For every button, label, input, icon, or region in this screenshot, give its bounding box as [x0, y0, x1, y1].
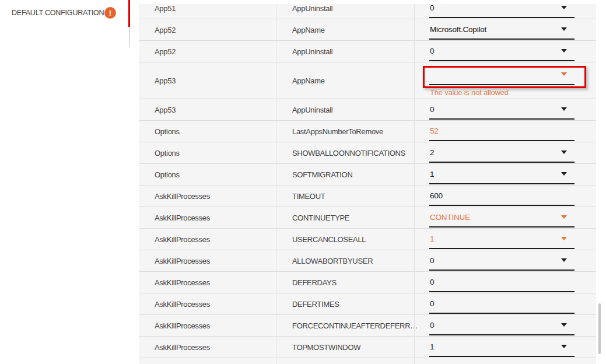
dropdown-arrow-icon[interactable]: [561, 345, 567, 348]
column-divider: [276, 0, 276, 364]
group-cell: Options: [155, 127, 180, 136]
warning-icon: !: [104, 7, 116, 19]
table-row: AskKillProcesses TIMEOUT 600: [139, 186, 596, 207]
table-top-mask: [139, 0, 596, 4]
value-field[interactable]: 0: [429, 41, 575, 61]
value-field[interactable]: 0: [429, 250, 575, 271]
group-cell: AskKillProcesses: [155, 278, 210, 287]
table-row: App53 AppName The value is not allowed: [139, 62, 596, 99]
group-cell: AskKillProcesses: [155, 214, 210, 222]
dropdown-arrow-icon[interactable]: [561, 215, 567, 219]
value-text: CONTINUE: [430, 212, 470, 221]
column-divider: [414, 0, 415, 364]
config-table-rows: App51 AppUninstall 0 App52 AppName Micro…: [139, 0, 596, 364]
dropdown-arrow-icon[interactable]: [561, 150, 567, 154]
key-cell: AppUninstall: [292, 47, 332, 56]
value-text: 0: [430, 46, 434, 55]
table-row: AskKillProcesses ALLOWABORTBYUSER 0: [139, 250, 596, 272]
table-row: App53 AppUninstall 0: [139, 99, 596, 121]
value-field[interactable]: 0: [429, 293, 575, 314]
value-text: 52: [430, 126, 439, 135]
value-field[interactable]: 0: [429, 99, 575, 120]
dropdown-arrow-icon[interactable]: [561, 237, 567, 240]
key-cell: TIMEOUT: [292, 192, 325, 201]
dropdown-arrow-icon[interactable]: [561, 172, 567, 176]
dropdown-arrow-icon[interactable]: [561, 6, 567, 9]
configuration-table: App51 AppUninstall 0 App52 AppName Micro…: [139, 0, 596, 364]
table-row: AskKillProcesses FORCECONTINUEAFTERDEFER…: [139, 315, 596, 337]
value-field[interactable]: [429, 64, 575, 85]
sidebar-item-default-configuration[interactable]: DEFAULT CONFIGURATION !: [0, 0, 128, 26]
value-text: 0: [430, 320, 434, 329]
group-cell: AskKillProcesses: [155, 343, 210, 352]
table-row: Options SOFTMIGRATION 1: [139, 164, 596, 186]
value-text: 0: [430, 104, 434, 113]
group-cell: Options: [155, 149, 180, 158]
value-field[interactable]: 0: [429, 272, 575, 292]
value-text: 0: [430, 277, 434, 286]
value-field[interactable]: 0: [429, 315, 575, 335]
group-cell: AskKillProcesses: [155, 257, 210, 265]
value-field[interactable]: 1: [429, 229, 575, 249]
value-text: 0: [430, 256, 434, 264]
group-cell: App52: [155, 47, 176, 56]
table-row: Options SHOWBALLOONNOTIFICATIONS 2: [139, 142, 596, 164]
table-row: App52 AppName Microsoft.Copilot: [139, 19, 596, 41]
dropdown-arrow-icon[interactable]: [561, 107, 567, 111]
value-text: 1: [430, 169, 434, 178]
value-field[interactable]: CONTINUE: [429, 207, 575, 228]
value-text: 600: [430, 191, 443, 200]
key-cell: USERCANCLOSEALL: [292, 235, 366, 244]
value-field[interactable]: 600: [429, 186, 575, 206]
table-row: AskKillProcesses DEFERDAYS 0: [139, 272, 596, 293]
table-row: App52 AppUninstall 0: [139, 41, 596, 62]
group-cell: App52: [155, 26, 176, 34]
table-row: [139, 358, 596, 364]
key-cell: LastAppsNumberToRemove: [292, 127, 383, 136]
key-cell: CONTINUETYPE: [292, 214, 349, 222]
key-cell: AppName: [292, 76, 325, 85]
sidebar-item-label: DEFAULT CONFIGURATION: [12, 9, 104, 17]
key-cell: TOPMOSTWINDOW: [292, 343, 360, 352]
value-field[interactable]: 1: [429, 337, 575, 357]
group-cell: App51: [155, 4, 176, 13]
key-cell: FORCECONTINUEAFTERDEFERR…: [292, 321, 418, 330]
dropdown-arrow-icon[interactable]: [561, 49, 567, 52]
key-cell: DEFERTIMES: [292, 300, 339, 309]
dropdown-arrow-icon[interactable]: [561, 258, 567, 262]
value-text: 2: [430, 148, 434, 156]
value-text: 1: [430, 234, 434, 243]
group-cell: AskKillProcesses: [155, 192, 210, 201]
vertical-scrollbar-thumb[interactable]: [598, 303, 601, 354]
key-cell: DEFERDAYS: [292, 278, 337, 287]
dropdown-arrow-icon[interactable]: [561, 72, 567, 76]
value-field[interactable]: Microsoft.Copilot: [429, 19, 575, 40]
sidebar-active-indicator: [128, 0, 130, 27]
value-text: 0: [430, 299, 434, 307]
table-row: AskKillProcesses CONTINUETYPE CONTINUE: [139, 207, 596, 229]
value-field[interactable]: 1: [429, 164, 575, 184]
table-row: AskKillProcesses USERCANCLOSEALL 1: [139, 229, 596, 250]
key-cell: AppUninstall: [292, 106, 332, 114]
key-cell: SHOWBALLOONNOTIFICATIONS: [292, 149, 405, 158]
key-cell: SOFTMIGRATION: [292, 170, 352, 179]
key-cell: ALLOWABORTBYUSER: [292, 257, 373, 265]
group-cell: AskKillProcesses: [155, 235, 210, 244]
sidebar-divider: [129, 27, 130, 47]
value-text: Microsoft.Copilot: [430, 24, 486, 33]
value-field[interactable]: 52: [429, 121, 575, 141]
key-cell: AppName: [292, 26, 325, 34]
dropdown-arrow-icon[interactable]: [561, 323, 567, 327]
value-text: 0: [430, 3, 434, 12]
value-text: 1: [430, 342, 434, 351]
group-cell: App53: [155, 106, 176, 114]
group-cell: AskKillProcesses: [155, 321, 210, 330]
group-cell: App53: [155, 76, 176, 85]
dropdown-arrow-icon[interactable]: [561, 27, 567, 31]
key-cell: AppUninstall: [292, 4, 332, 13]
validation-error: The value is not allowed: [430, 88, 509, 97]
table-row: AskKillProcesses TOPMOSTWINDOW 1: [139, 337, 596, 358]
table-row: AskKillProcesses DEFERTIMES 0: [139, 293, 596, 315]
group-cell: Options: [155, 170, 180, 179]
value-field[interactable]: 2: [429, 142, 575, 163]
